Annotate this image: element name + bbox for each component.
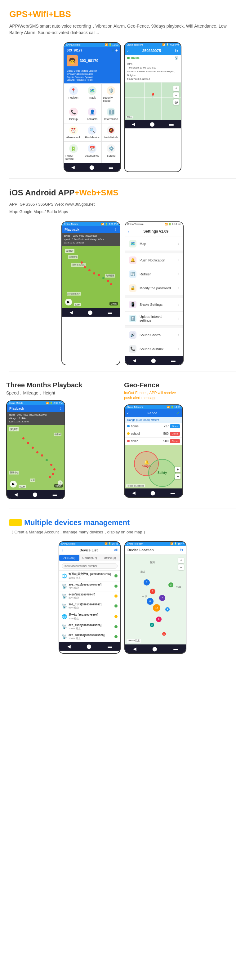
app1-sub-header: 🧒 303_98179 [64,54,120,69]
fence-close-office[interactable]: Close [170,439,180,443]
device-status-7 [115,635,118,638]
settings-item-refresh[interactable]: 🔄 Refresh › [125,267,183,281]
tab-all[interactable]: All (1000) [59,555,80,561]
device-item-5[interactable]: 🌐 第一站 [359339075697] 22% 稳上 [59,611,120,622]
cluster-9: 7 [159,595,165,601]
menu-security-scope[interactable]: 🛡️ security scope [102,84,120,105]
map-view: 📍 + − ◎ 500m [125,83,181,120]
app2-info: GPS Time 2018-10-09 03:26:12 address:Hai… [125,61,181,83]
device-item-1[interactable]: 🌐 海哥3 [固定设备] [359339075796] 100% 稳上 [59,571,120,581]
nav-back-pb[interactable]: ◀ [70,310,73,315]
track-icon: 🗺️ [88,86,97,95]
phone-device-list: China Mobile 📶 🔋 16:46 ‹ Device List All… [59,541,121,654]
zoom-out-btn[interactable]: − [173,92,179,98]
nav-home-pb2[interactable]: ⬤ [33,492,38,497]
menu-power-saving[interactable]: 🔋 Power saving [64,142,83,163]
nav-recent-pb2[interactable]: ▬ [53,492,57,497]
device-status-3 [115,595,118,598]
fence-range-label: Range (100-3000) meters [125,417,182,423]
menu-not-disturb[interactable]: 🔕 Not disturb [102,123,120,142]
menu-information[interactable]: ℹ️ Information [102,105,120,123]
nav-bar-pb2: ◀ ⬤ ▬ [7,490,65,499]
nav-back[interactable]: ◀ [71,165,75,170]
map-marker: 📍 [150,93,156,99]
section1-description: APP/Web/SMS smart auto voice recording，V… [9,23,236,36]
tab-offline[interactable]: Offline (3) [100,555,120,561]
search-input[interactable] [62,563,118,569]
device-icon-4: 📡 [62,603,67,608]
settings-item-sound-callback[interactable]: 📞 Sound Callback › [125,342,183,356]
settings-item-shake[interactable]: 📳 Shake Settings › [125,298,183,312]
tab-online[interactable]: Online(997) [80,555,100,561]
maploc-zoom-out[interactable]: − [178,565,184,570]
menu-alarm-clock[interactable]: ⏰ Alarm clock [64,123,83,142]
fence-open-home[interactable]: Open [170,424,180,428]
menu-find-device[interactable]: 🔍 Find device [83,123,102,142]
menu-track[interactable]: 🗺️ Track [83,84,102,105]
app1-header: 303_98179 👤 ✚ [64,47,120,54]
nav-back-pb2[interactable]: ◀ [14,492,18,497]
nav-back-settings[interactable]: ◀ [133,358,136,363]
back-btn[interactable]: ‹ [127,48,129,53]
device-item-6[interactable]: 📡 620_2962[359339075529] 100% 稳上 [59,622,120,632]
pb-status-bar: China Mobile 📶 🔋 3:09 PM [62,222,120,226]
nav-bar-1: ◀ ⬤ ▬ [64,163,120,172]
maploc-zoom-in[interactable]: + [178,558,184,563]
nav-back-maploc[interactable]: ◀ [133,646,137,651]
device-item-7[interactable]: 📡 620_282906[359339075528] 100% 稳上 [59,632,120,642]
nav-back-2[interactable]: ◀ [132,122,135,127]
zoom-in-btn[interactable]: + [173,86,179,91]
locate-btn[interactable]: ◎ [173,99,179,105]
fence-back[interactable]: ‹ [127,410,129,415]
fence-check[interactable]: ✓ [176,410,180,415]
devlist-back[interactable]: ‹ [62,548,63,553]
device-item-3[interactable]: 📡 4498[359339075744] 39% 稳上 [59,592,120,601]
nav-back-fence[interactable]: ◀ [132,490,135,495]
sound-control-icon: 🔊 [129,331,137,339]
nav-recent-settings[interactable]: ▬ [171,358,175,363]
play-control-2[interactable]: ▶ [10,481,17,487]
nav-home-settings[interactable]: ⬤ [151,358,156,363]
nav-recent-2[interactable]: ▬ [169,122,174,127]
fence-zoom-in[interactable]: + [175,467,180,473]
device-item-2[interactable]: 📡 303_4621[359339075746] 75% 稳上 [59,581,120,592]
nav-home-pb[interactable]: ⬤ [88,310,93,315]
menu-setting[interactable]: ⚙️ Setting [102,142,120,163]
pb2-status-bar: China Mobile 📶 🔋 2:53 PM [7,401,65,405]
phone-app-menu: China Mobile 📶 🔋 18:03 303_98179 👤 ✚ 🧒 3… [64,42,121,172]
settings-item-sound-control[interactable]: 🔊 Sound Control › [125,328,183,342]
settings-item-upload[interactable]: ⬆️ Upload interval settings › [125,312,183,326]
nav-home-devlist[interactable]: ⬤ [86,644,91,649]
settings-item-password[interactable]: 🔒 Modify the password › [125,281,183,295]
setting-icon: ⚙️ [107,144,115,153]
nav-recent-devlist[interactable]: ▬ [108,644,112,649]
menu-attendance[interactable]: 📅 Attendance [83,142,102,163]
nav-home[interactable]: ⬤ [89,165,94,170]
refresh-icon[interactable]: ↻ [175,48,178,53]
play-control[interactable]: ▶ [65,299,72,305]
nav-recent-fence[interactable]: ▬ [170,490,175,495]
nav-home-maploc[interactable]: ⬤ [152,646,157,651]
fence-zoom-out[interactable]: − [175,474,180,479]
maploc-refresh[interactable]: ↻ [180,548,183,552]
nav-recent-maploc[interactable]: ▬ [173,646,178,651]
menu-position[interactable]: 📍 Position [64,84,83,105]
device-status-6 [115,625,118,628]
section-4: Multiple devices management （ Creat a Ma… [0,509,245,660]
nav-recent[interactable]: ▬ [109,165,113,170]
pb-info: device： 303C_0993 [359339590] speed：5.9k… [62,233,120,246]
app1-grid: 📍 Position 🗺️ Track 🛡️ security scope 📞 … [64,84,120,163]
menu-contacts[interactable]: 👤 contacts [83,105,102,123]
nav-back-devlist[interactable]: ◀ [67,644,71,649]
settings-item-map[interactable]: 🗺️ Map › [125,237,183,251]
nav-home-fence[interactable]: ⬤ [150,490,155,495]
settings-back[interactable]: ‹ [128,229,129,234]
device-item-4[interactable]: 📡 303_4143[359339075741] 96% 稳上 [59,601,120,611]
menu-pickup[interactable]: 📞 Pickup [64,105,83,123]
nav-home-2[interactable]: ⬤ [150,122,155,127]
power-saving-icon: 🔋 [69,144,78,153]
fence-close-school[interactable]: Close [170,432,180,436]
nav-recent-pb[interactable]: ▬ [108,310,112,315]
settings-item-push[interactable]: 🔔 Push Notification › [125,253,183,267]
device-status-4 [115,605,118,608]
